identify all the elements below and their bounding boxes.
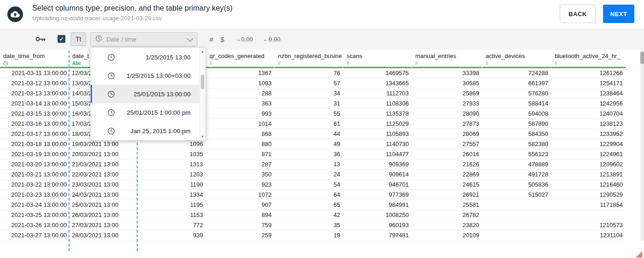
cell: 1105893 [343,129,412,139]
cell: 515027 [482,190,551,199]
format-option-label: 1/25/2015 13:00 [119,54,191,61]
format-option[interactable]: 1/25/2015 13:00 [91,48,205,66]
number-type-button[interactable]: # [207,35,215,44]
cell: 1112703 [343,88,412,98]
column-type-text: Abc [72,61,81,66]
back-button[interactable]: BACK [560,5,596,23]
cell: 23820 [412,220,482,230]
column-header-qr_codes_generated[interactable]: qr_codes_generated# [206,51,275,68]
cell: 993 [206,109,275,118]
cell: 28069 [412,129,482,139]
column-header-active_devices[interactable]: active_devices# [482,51,551,68]
dropdown-scrollbar[interactable]: ▲ ▼ [199,48,205,140]
cell: 25581 [412,200,482,210]
cell: 894 [206,210,275,220]
cell: 2021-03-24 13:00:00 [0,200,69,210]
scroll-up-icon[interactable]: ▲ [200,50,205,53]
cell: 1210573 [551,220,626,230]
cell: 25869 [412,88,482,98]
column-name: active_devices [486,53,551,59]
cell: 588414 [482,99,551,108]
cell: 1213891 [551,170,626,179]
format-option[interactable]: 1/25/2015 13:00+03:00 [91,66,205,85]
column-header-nzbn_registered_busine[interactable]: nzbn_registered_busine# [275,51,343,68]
cell: 594008 [482,109,551,118]
cell: 923 [206,180,275,189]
text-type-button[interactable]: Tt [71,32,86,46]
cell: 1229904 [551,139,626,149]
cell: 2021-03-17 13:00:00 [0,129,69,139]
type-dropdown-value: Date / time [106,36,188,43]
cell: 1104477 [343,149,412,159]
scroll-down-icon[interactable]: ▼ [200,135,205,138]
cell: 1238123 [551,119,626,129]
cell: 584350 [482,129,551,139]
type-format-dropdown[interactable]: Date / time [90,32,197,47]
key-icon [35,35,47,43]
cell: 1261266 [551,68,626,78]
cell: 2021-03-27 13:00:00 [0,230,69,240]
table-row: 2021-03-24 13:00:0025/03/2021 13:0011959… [0,200,626,210]
upload-icon [7,6,23,22]
cell: 2021-03-20 13:00:00 [0,159,69,169]
column-name: date_time_from [3,53,68,59]
next-button[interactable]: NEXT [603,5,634,23]
cell: 1240704 [551,109,626,118]
cell: 977369 [343,190,412,199]
increase-precision-button[interactable]: →0.00 [234,35,254,43]
clock-icon [95,35,102,44]
currency-type-button[interactable]: $ [219,35,226,44]
cell: 26016 [412,149,482,159]
vertical-scrollbar[interactable] [640,51,644,240]
column-name: nzbn_registered_busine [278,53,342,59]
vertical-scrollbar-thumb[interactable] [640,52,644,64]
cell: 21/03/2021 13:00 [69,159,137,169]
cell: 1195 [137,200,206,210]
cell: 2021-03-16 13:00:00 [0,119,69,129]
dropdown-scrollbar-thumb[interactable] [201,75,204,89]
cell: 1093 [206,78,275,88]
clock-icon [3,59,8,68]
cell: 1108306 [343,99,412,108]
primary-key-button[interactable] [35,35,47,43]
table-row: 2021-03-21 13:00:0022/03/2021 13:0012033… [0,170,626,180]
page-title: Select columns type, precision, and the … [32,4,232,12]
cell: 19/03/2021 13:00 [69,139,137,149]
cell: 2021-03-15 13:00:00 [0,109,69,118]
cell: 20109 [412,230,482,240]
titles: Select columns type, precision, and the … [32,4,232,22]
cell: 2021-03-11 13:00:00 [0,68,69,78]
cell: 2021-03-25 13:00:00 [0,210,69,220]
column-header-scans[interactable]: scans# [343,51,412,68]
table-row: 2021-03-22 13:00:0023/03/2021 13:0011909… [0,180,626,190]
cell: 24615 [412,180,482,189]
include-column-checkbox[interactable]: ✓ [58,35,65,43]
cell: 1008250 [343,210,412,220]
cell: 27873 [412,119,482,129]
cell: 20/03/2021 13:00 [69,149,137,159]
overflow-corner-marker [636,251,642,258]
column-header-bluetooth_active_24_hr_[interactable]: bluetooth_active_24_hr_# [551,51,626,68]
format-option[interactable]: 25/01/2015 1:00:00 pm [91,103,205,122]
cell: 939 [137,230,206,240]
wizard-header: Select columns type, precision, and the … [0,0,644,29]
column-header-manual_entries[interactable]: manual_entries# [412,51,482,68]
column-header-date_time_from[interactable]: date_time_from [0,51,69,68]
column-type: # [555,60,625,66]
cell: 23/03/2021 13:00 [69,180,137,189]
column-type-toolbar: ✓ Tt Date / time # $ →0.00 ←0.00 [0,29,644,50]
cell: 1290529 [551,190,626,199]
format-option[interactable]: 25/01/2015 13:00:00 [91,85,205,103]
cell: 1035 [137,149,206,159]
clock-icon [107,127,115,135]
format-option[interactable]: Jan 25, 2015 1:00 pm [91,122,205,140]
cell: 31 [275,99,343,108]
cell: 2021-03-23 13:00:00 [0,190,69,199]
column-type-number: # [415,61,418,66]
page-subtitle: Uploading nz-covid-tracer-usage-2021-03-… [32,15,232,22]
column-type-number: # [278,61,281,66]
column-type: # [415,60,482,66]
cell: 1190 [137,180,206,189]
decrease-precision-button[interactable]: ←0.00 [261,35,282,43]
cell: 1096 [137,139,206,149]
